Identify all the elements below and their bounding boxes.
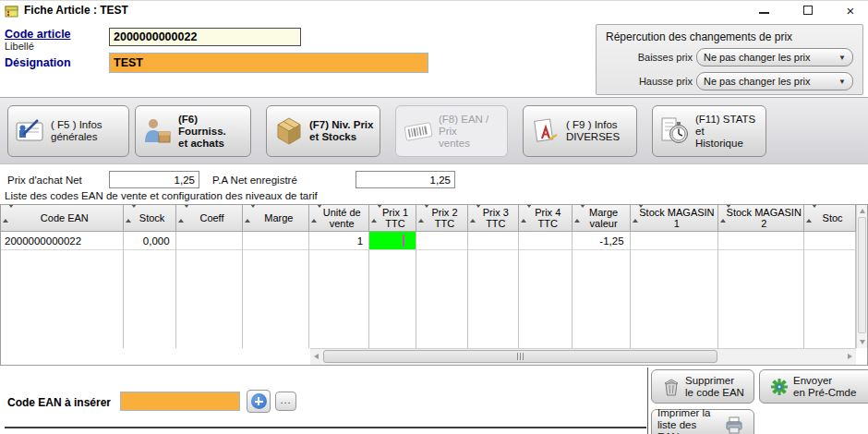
minimize-button[interactable] — [753, 1, 774, 19]
column-header[interactable]: Marge — [243, 205, 309, 232]
button-label-line: (F7) Niv. Prix — [309, 119, 373, 131]
cell-prix1-selected[interactable] — [369, 232, 416, 250]
sort-icon — [633, 208, 644, 219]
column-header[interactable]: Stoc — [804, 205, 856, 232]
button-label-line: liste des EAN — [657, 419, 720, 434]
button-label-line: et achats — [178, 138, 245, 150]
cell-prix3[interactable] — [468, 232, 519, 250]
table-header-row: Code EAN Stock Coeff Marge Unité de vent… — [1, 205, 856, 232]
column-header[interactable]: Prix 4 TTC — [519, 205, 573, 232]
button-label-line: ( F9 ) Infos — [566, 119, 620, 131]
f8-ean-prix-ventes-button: (F8) EAN /Prixventes — [395, 105, 508, 157]
button-label-line: Envoyer — [793, 375, 856, 387]
cell-marge-valeur[interactable]: -1,25 — [573, 232, 631, 250]
chevron-down-icon: ▼ — [838, 54, 846, 62]
printer-icon — [724, 415, 744, 434]
baisses-prix-dropdown[interactable]: Ne pas changer les prix ▼ — [696, 48, 853, 66]
f6-fournisseurs-achats-button[interactable]: (F6) Fourniss.et achats — [135, 105, 251, 157]
envoyer-pre-cmde-button[interactable]: Envoyeren Pré-Cmde — [759, 369, 868, 404]
stopwatch-history-icon — [658, 115, 692, 148]
f9-infos-diverses-button[interactable]: ( F9 ) InfosDIVERSES — [523, 105, 637, 157]
plus-icon — [251, 393, 267, 409]
scroll-right-icon[interactable] — [848, 354, 852, 359]
ean-table: Code EAN Stock Coeff Marge Unité de vent… — [0, 204, 868, 366]
cell-prix2[interactable] — [416, 232, 468, 250]
cell-stock[interactable]: 0,000 — [124, 232, 176, 250]
cell-code-ean[interactable]: 2000000000022 — [1, 232, 124, 250]
sort-icon — [574, 208, 585, 219]
maximize-icon — [803, 6, 813, 15]
prix-achat-net-input[interactable] — [109, 171, 199, 188]
imprimer-liste-ean-button[interactable]: Imprimer laliste des EAN — [651, 409, 754, 434]
cell-prix4[interactable] — [519, 232, 573, 250]
cell-marge[interactable] — [243, 232, 309, 250]
hausse-prix-label: Hausse prix — [604, 76, 693, 87]
gear-icon — [769, 377, 790, 397]
scroll-left-icon[interactable] — [314, 354, 319, 359]
button-label-line: Supprimer — [685, 375, 744, 387]
button-label-line: Imprimer la — [657, 407, 720, 419]
f5-infos-generales-button[interactable]: ( F5 ) Infosgénérales — [7, 105, 129, 157]
supprimer-code-ean-button[interactable]: Supprimerle code EAN — [651, 369, 754, 404]
browse-ean-button[interactable]: ... — [275, 392, 296, 411]
footer-divider-horizontal — [5, 427, 646, 428]
column-header[interactable]: Unité de vente — [309, 205, 369, 232]
sort-icon — [371, 208, 382, 219]
document-letter-icon — [529, 115, 562, 148]
sort-icon — [178, 208, 189, 219]
maximize-button[interactable] — [798, 1, 818, 19]
carton-box-icon — [272, 115, 306, 148]
scroll-up-icon[interactable] — [860, 209, 865, 213]
add-ean-button[interactable] — [247, 390, 271, 413]
cell-stock-magasin2[interactable] — [718, 232, 804, 250]
sort-icon — [126, 208, 137, 219]
repercussion-panel: Répercution des changements de prix Bais… — [596, 24, 863, 95]
column-header[interactable]: Stock — [124, 205, 176, 232]
button-label-line: en Pré-Cmde — [793, 387, 856, 399]
button-label-line: générales — [51, 131, 102, 143]
scroll-down-icon[interactable] — [860, 340, 865, 344]
column-header[interactable]: Stock MAGASIN 2 — [718, 205, 804, 232]
button-label-line: ventes — [439, 138, 488, 150]
hausse-prix-value: Ne pas changer les prix — [704, 76, 811, 87]
sort-icon — [418, 208, 429, 219]
barcode-icon — [402, 115, 435, 148]
column-header[interactable]: Prix 1 TTC — [369, 205, 416, 232]
f11-stats-historique-button[interactable]: (F11) STATS etHistorique — [652, 105, 766, 157]
f7-niveaux-prix-stocks-button[interactable]: (F7) Niv. Prixet Stocks — [266, 105, 380, 157]
ellipsis-icon: ... — [280, 394, 291, 405]
fiche-article-window: Fiche Article : TEST × Code article Libe… — [0, 0, 868, 434]
code-ean-inserer-input[interactable] — [120, 392, 240, 411]
sort-icon — [521, 208, 532, 219]
column-header[interactable]: Stock MAGASIN 1 — [631, 205, 719, 232]
ean-table-caption: Liste des codes EAN de vente et configur… — [5, 190, 318, 201]
button-label-line: et Stocks — [309, 131, 373, 143]
horizontal-scrollbar[interactable] — [310, 348, 856, 365]
prix-achat-net-label: Prix d'achat Net — [7, 175, 82, 186]
cell-unite-vente[interactable]: 1 — [309, 232, 369, 250]
designation-input[interactable] — [109, 53, 428, 73]
pa-net-enregistre-input[interactable] — [356, 171, 455, 188]
table-empty-area — [1, 250, 856, 348]
footer-divider-vertical — [647, 368, 648, 434]
app-icon — [5, 5, 19, 18]
window-title: Fiche Article : TEST — [24, 4, 128, 17]
sort-icon — [720, 208, 731, 219]
column-header[interactable]: Code EAN — [1, 205, 124, 232]
cell-stock-magasin3[interactable] — [804, 232, 856, 250]
horizontal-scrollbar-thumb[interactable] — [323, 350, 717, 363]
vertical-scrollbar-thumb[interactable] — [858, 217, 866, 333]
column-header[interactable]: Prix 2 TTC — [416, 205, 468, 232]
vertical-scrollbar[interactable] — [856, 205, 867, 348]
column-header[interactable]: Coeff — [176, 205, 244, 232]
close-button[interactable]: × — [840, 1, 861, 19]
button-label-line: (F6) Fourniss. — [178, 114, 245, 138]
code-article-input[interactable] — [109, 28, 301, 46]
column-header[interactable]: Marge valeur — [573, 205, 631, 232]
button-label-line: Historique — [695, 138, 760, 150]
cell-stock-magasin1[interactable] — [631, 232, 719, 250]
hausse-prix-dropdown[interactable]: Ne pas changer les prix ▼ — [696, 72, 853, 90]
sort-icon — [245, 208, 256, 219]
column-header[interactable]: Prix 3 TTC — [468, 205, 519, 232]
cell-coeff[interactable] — [176, 232, 244, 250]
